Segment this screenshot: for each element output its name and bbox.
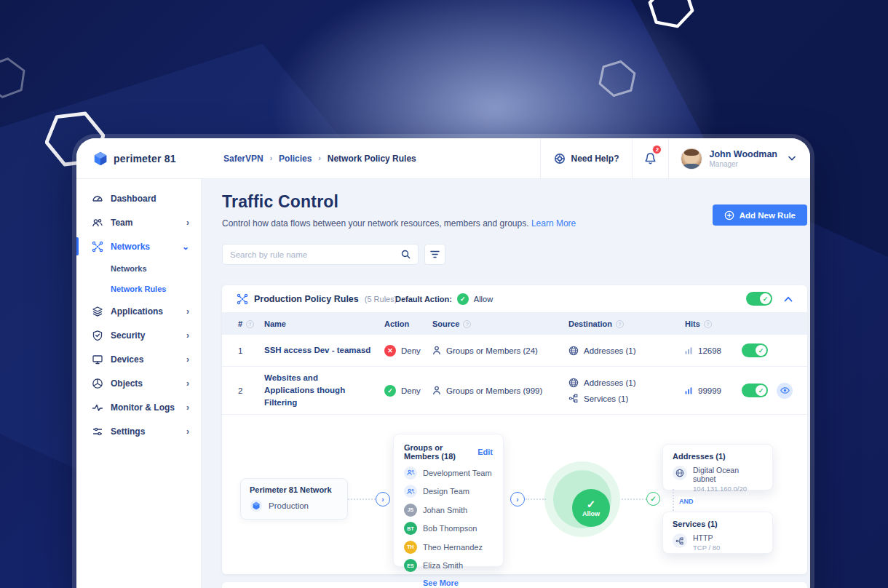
breadcrumb-current: Network Policy Rules — [328, 154, 416, 164]
brand[interactable]: perimeter 81 — [76, 151, 202, 167]
eye-icon — [780, 387, 790, 394]
member-item[interactable]: Design Team — [404, 485, 493, 498]
sidebar-item-settings[interactable]: Settings › — [76, 419, 201, 443]
network-source-box[interactable]: Perimeter 81 Network Production — [240, 478, 348, 520]
rule-row-expanded[interactable]: 2 Websites and Applications though Filte… — [222, 367, 807, 415]
activity-icon — [92, 402, 103, 413]
breadcrumb-separator: › — [318, 154, 320, 162]
see-more-link[interactable]: See More — [423, 579, 493, 587]
member-label: Bob Thompson — [423, 524, 477, 533]
subtitle-text: Control how data flows between your netw… — [222, 218, 529, 229]
source-label: Groups or Members (999) — [446, 386, 542, 395]
services-panel-title: Services (1) — [673, 520, 763, 528]
sliders-icon — [92, 426, 103, 437]
need-help-button[interactable]: Need Help? — [541, 153, 632, 164]
sidebar-item-label: Objects — [111, 378, 143, 389]
user-menu[interactable]: John Woodman Manager — [669, 148, 810, 170]
destination-label: Addresses (1) — [584, 346, 636, 355]
notification-badge: 2 — [652, 145, 662, 154]
search-icon[interactable] — [401, 250, 411, 259]
top-header: perimeter 81 SaferVPN › Policies › Netwo… — [76, 138, 810, 179]
member-avatar: ES — [404, 559, 417, 572]
rule-enabled-toggle[interactable] — [742, 384, 768, 397]
view-rule-button[interactable] — [777, 383, 793, 399]
services-panel[interactable]: Services (1) HTTP TCP / 80 — [662, 512, 773, 554]
rule-name-link[interactable]: SSH access Dev - teamasd — [264, 346, 370, 354]
networks-icon — [92, 241, 103, 253]
connector-line — [526, 498, 546, 500]
address-detail: 104.131.160.0/20 — [693, 485, 763, 493]
search-input[interactable] — [230, 250, 401, 259]
member-item[interactable]: TH Theo Hernandez — [404, 541, 493, 554]
action-label: Deny — [401, 386, 421, 395]
destination-label: Services (1) — [584, 394, 628, 403]
search-box — [222, 244, 419, 265]
sidebar-item-label: Security — [111, 330, 145, 341]
filter-button[interactable] — [424, 244, 445, 265]
sidebar-item-team[interactable]: Team › — [76, 210, 201, 234]
group-title: Production Policy Rules — [254, 294, 359, 304]
sidebar-item-networks[interactable]: Networks ⌄ — [76, 234, 201, 258]
breadcrumb-policies[interactable]: Policies — [279, 154, 312, 164]
main-content: Traffic Control Control how data flows b… — [202, 179, 810, 588]
hits-bars-icon — [685, 346, 693, 354]
addresses-panel[interactable]: Addresses (1) Digital Ocean subnet 104.1… — [662, 444, 773, 490]
sidebar-subitem-network-rules[interactable]: Network Rules — [76, 279, 201, 299]
rule-enabled-toggle[interactable] — [742, 343, 768, 357]
sidebar-item-label: Settings — [111, 426, 145, 437]
chevron-down-icon: ⌄ — [182, 242, 189, 252]
sidebar-subitem-label: Network Rules — [111, 285, 166, 293]
sidebar-item-devices[interactable]: Devices › — [76, 347, 201, 371]
globe-icon — [568, 378, 579, 388]
hits-value: 99999 — [698, 386, 721, 395]
collapse-chevron-up-icon[interactable] — [784, 296, 793, 302]
allow-label: Allow — [582, 510, 600, 517]
add-new-rule-button[interactable]: Add New Rule — [713, 204, 807, 226]
member-item[interactable]: BT Bob Thompson — [404, 522, 493, 535]
col-num: # — [238, 319, 242, 328]
learn-more-link[interactable]: Learn More — [531, 218, 576, 229]
sidebar-item-applications[interactable]: Applications › — [76, 299, 201, 323]
chevron-right-icon: › — [186, 218, 189, 228]
groups-panel: Groups or Members (18) Edit Development … — [393, 434, 504, 567]
group-enabled-toggle[interactable] — [746, 292, 772, 306]
hexagon-decoration — [635, 0, 707, 29]
next-rules-group-card[interactable] — [222, 582, 807, 588]
notifications-button[interactable]: 2 — [633, 152, 668, 165]
sidebar-item-monitor-logs[interactable]: Monitor & Logs › — [76, 395, 201, 419]
sidebar-item-dashboard[interactable]: Dashboard — [76, 186, 201, 210]
user-name: John Woodman — [709, 149, 777, 160]
chevron-right-icon: › — [186, 354, 189, 365]
group-icon — [404, 466, 417, 480]
sidebar-item-security[interactable]: Security › — [76, 323, 201, 347]
rule-name-link[interactable]: Websites and Applications though Filteri… — [264, 372, 359, 408]
allow-check-icon: ✓ — [384, 385, 396, 397]
hits-bars-icon — [685, 386, 693, 394]
member-avatar: JS — [404, 504, 417, 517]
info-icon[interactable]: ? — [704, 320, 712, 328]
rule-number: 2 — [238, 386, 264, 395]
member-item[interactable]: JS Johan Smith — [404, 504, 493, 517]
member-item[interactable]: Development Team — [404, 466, 493, 480]
edit-groups-link[interactable]: Edit — [477, 448, 493, 456]
hexagon-decoration — [0, 57, 26, 99]
info-icon[interactable]: ? — [463, 320, 471, 328]
member-item[interactable]: ES Eliza Smith — [404, 559, 493, 572]
source-label: Groups or Members (24) — [446, 346, 538, 355]
breadcrumb-savervpn[interactable]: SaferVPN — [223, 154, 263, 164]
col-source: Source — [432, 319, 459, 328]
info-icon[interactable]: ? — [616, 320, 624, 328]
rule-row[interactable]: 1 SSH access Dev - teamasd ✕ Deny Groups… — [222, 335, 807, 367]
addresses-panel-title: Addresses (1) — [673, 452, 763, 461]
info-icon[interactable]: ? — [246, 320, 254, 328]
rule-flow-diagram: Perimeter 81 Network Production › Groups… — [222, 415, 807, 574]
sidebar-subitem-networks[interactable]: Networks — [76, 258, 201, 279]
need-help-label: Need Help? — [571, 154, 619, 164]
service-name: HTTP — [693, 533, 720, 542]
check-icon: ✓ — [587, 498, 596, 509]
shield-icon — [92, 330, 103, 341]
group-icon — [404, 485, 417, 498]
sidebar-item-objects[interactable]: Objects › — [76, 371, 201, 395]
member-avatar: BT — [404, 522, 417, 535]
sidebar-item-label: Monitor & Logs — [111, 402, 175, 413]
